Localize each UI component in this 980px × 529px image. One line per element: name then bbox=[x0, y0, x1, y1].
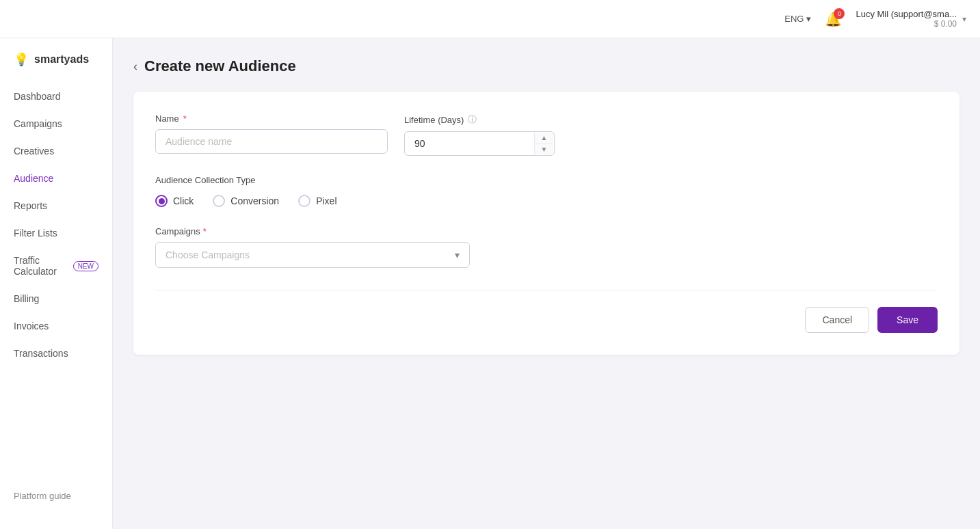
radio-dot-click bbox=[159, 198, 165, 204]
collection-type-label: Audience Collection Type bbox=[155, 175, 938, 185]
platform-guide-link[interactable]: Platform guide bbox=[14, 491, 71, 501]
audience-name-input[interactable] bbox=[155, 129, 388, 154]
sidebar-item-label: Creatives bbox=[14, 146, 54, 157]
notification-bell[interactable]: 🔔 0 bbox=[825, 11, 842, 27]
dropdown-chevron-icon: ▾ bbox=[455, 249, 460, 260]
form-card: Name * Lifetime (Days) ⓘ bbox=[133, 92, 959, 355]
spinner-down-button[interactable]: ▼ bbox=[535, 144, 553, 155]
lifetime-input[interactable] bbox=[404, 131, 555, 156]
name-label: Name * bbox=[155, 113, 388, 124]
logo-text: smartyads bbox=[34, 53, 89, 66]
sidebar-item-label: Audience bbox=[14, 173, 53, 184]
collection-type-section: Audience Collection Type Click Conversio… bbox=[155, 175, 938, 207]
sidebar-item-label: Billing bbox=[14, 293, 39, 304]
required-star: * bbox=[183, 113, 187, 124]
main-content: ‹ Create new Audience Name * Lif bbox=[113, 38, 980, 529]
radio-option-conversion[interactable]: Conversion bbox=[213, 195, 279, 207]
campaigns-placeholder: Choose Campaigns bbox=[165, 249, 250, 260]
radio-option-click[interactable]: Click bbox=[155, 195, 194, 207]
radio-circle-pixel bbox=[298, 195, 310, 207]
sidebar-item-invoices[interactable]: Invoices bbox=[0, 313, 112, 339]
sidebar-item-filter-lists[interactable]: Filter Lists bbox=[0, 220, 112, 246]
sidebar-item-label: Dashboard bbox=[14, 91, 61, 102]
sidebar-bottom: Platform guide bbox=[0, 489, 112, 515]
user-balance: $ 0.00 bbox=[934, 19, 957, 29]
lang-selector[interactable]: ENG ▾ bbox=[784, 14, 811, 24]
sidebar-logo: 💡 smartyads bbox=[0, 52, 112, 83]
user-info: Lucy Mil (support@sma... $ 0.00 bbox=[856, 9, 957, 29]
lang-chevron-icon: ▾ bbox=[806, 14, 811, 24]
new-badge: NEW bbox=[73, 261, 98, 271]
lifetime-group: Lifetime (Days) ⓘ ▲ ▼ bbox=[404, 113, 555, 156]
save-button[interactable]: Save bbox=[877, 307, 938, 333]
sidebar-item-label: Reports bbox=[14, 200, 47, 211]
sidebar-item-campaigns[interactable]: Campaigns bbox=[0, 111, 112, 137]
lifetime-label: Lifetime (Days) ⓘ bbox=[404, 113, 555, 126]
radio-circle-click bbox=[155, 195, 168, 207]
campaigns-label: Campaigns * bbox=[155, 226, 938, 236]
spinner-arrows: ▲ ▼ bbox=[534, 133, 553, 154]
sidebar-item-creatives[interactable]: Creatives bbox=[0, 138, 112, 164]
user-name: Lucy Mil (support@sma... bbox=[856, 9, 957, 19]
sidebar-item-traffic-calculator[interactable]: Traffic Calculator NEW bbox=[0, 247, 112, 284]
lang-label: ENG bbox=[784, 14, 804, 24]
campaigns-dropdown[interactable]: Choose Campaigns ▾ bbox=[155, 242, 470, 268]
sidebar-item-label: Filter Lists bbox=[14, 228, 57, 239]
info-icon[interactable]: ⓘ bbox=[468, 113, 477, 126]
name-lifetime-row: Name * Lifetime (Days) ⓘ bbox=[155, 113, 938, 156]
page-header: ‹ Create new Audience bbox=[133, 57, 959, 75]
sidebar-item-billing[interactable]: Billing bbox=[0, 286, 112, 312]
cancel-button[interactable]: Cancel bbox=[805, 307, 869, 333]
sidebar-item-label: Transactions bbox=[14, 348, 68, 359]
campaigns-section: Campaigns * Choose Campaigns ▾ bbox=[155, 226, 938, 268]
sidebar: 💡 smartyads Dashboard Campaigns Creative… bbox=[0, 38, 113, 529]
radio-label-conversion: Conversion bbox=[230, 195, 279, 206]
logo-icon: 💡 bbox=[14, 52, 29, 67]
sidebar-item-audience[interactable]: Audience bbox=[0, 165, 112, 191]
sidebar-item-label: Traffic Calculator bbox=[14, 255, 65, 277]
lifetime-input-wrap: ▲ ▼ bbox=[404, 131, 555, 156]
radio-label-click: Click bbox=[173, 195, 194, 206]
campaigns-required-star: * bbox=[203, 226, 207, 236]
sidebar-item-dashboard[interactable]: Dashboard bbox=[0, 83, 112, 109]
sidebar-nav: Dashboard Campaigns Creatives Audience R… bbox=[0, 83, 112, 489]
sidebar-item-label: Campaigns bbox=[14, 118, 62, 129]
user-menu[interactable]: Lucy Mil (support@sma... $ 0.00 ▾ bbox=[856, 9, 966, 29]
radio-option-pixel[interactable]: Pixel bbox=[298, 195, 336, 207]
name-group: Name * bbox=[155, 113, 388, 156]
radio-circle-conversion bbox=[213, 195, 225, 207]
spinner-up-button[interactable]: ▲ bbox=[535, 133, 553, 144]
notification-badge: 0 bbox=[834, 8, 845, 19]
back-button[interactable]: ‹ bbox=[133, 59, 137, 74]
sidebar-item-reports[interactable]: Reports bbox=[0, 193, 112, 219]
form-footer: Cancel Save bbox=[155, 290, 938, 333]
page-title: Create new Audience bbox=[144, 57, 296, 75]
radio-group: Click Conversion Pixel bbox=[155, 195, 938, 207]
sidebar-item-transactions[interactable]: Transactions bbox=[0, 340, 112, 366]
app-header: ENG ▾ 🔔 0 Lucy Mil (support@sma... $ 0.0… bbox=[0, 0, 980, 38]
user-chevron-icon: ▾ bbox=[962, 14, 966, 24]
radio-label-pixel: Pixel bbox=[316, 195, 336, 206]
sidebar-item-label: Invoices bbox=[14, 321, 49, 331]
